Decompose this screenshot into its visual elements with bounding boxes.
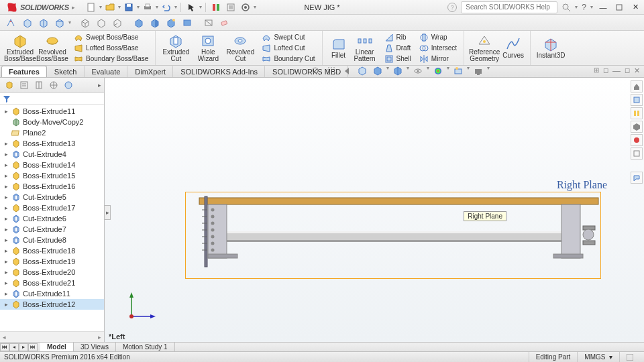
display-style-icon[interactable] (391, 65, 405, 77)
view-front-icon[interactable] (4, 16, 19, 29)
tree-item[interactable]: ▸Boss-Extrude13 (0, 138, 104, 149)
appearance-icon[interactable] (431, 65, 445, 77)
ref-geometry-button[interactable]: ReferenceGeometry (468, 32, 500, 64)
hide-show-icon[interactable] (411, 65, 425, 77)
tp-appearance-icon[interactable] (631, 134, 643, 146)
wireframe2-icon[interactable] (94, 16, 109, 29)
tree-item[interactable]: ▸Cut-Extrude5 (0, 192, 104, 202)
graphics-viewport[interactable]: Right Plane Right Plane (105, 78, 644, 342)
tree-hscroll[interactable]: ◂ ▸ (0, 331, 104, 342)
tree-item[interactable]: ▸Boss-Extrude20 (0, 267, 104, 278)
new-button[interactable] (85, 1, 98, 13)
tree-item[interactable]: ▸Cut-Extrude8 (0, 235, 104, 245)
boundary-boss-button[interactable]: Boundary Boss/Base (71, 54, 151, 64)
open-button[interactable] (103, 1, 117, 13)
config-tab-icon[interactable] (32, 79, 46, 91)
doc-restore-button[interactable]: ◻ (625, 66, 630, 76)
view-settings-icon[interactable] (472, 65, 485, 77)
print-button[interactable] (141, 1, 154, 13)
shell-button[interactable]: Shell (382, 54, 414, 64)
tree-item[interactable]: ▸Boss-Extrude11 (0, 106, 104, 117)
file-props-button[interactable] (224, 1, 237, 13)
intersect-button[interactable]: Intersect (417, 43, 460, 53)
doc-expand-icon[interactable]: ◻ (603, 66, 608, 76)
bottom-tab-model[interactable]: Model (40, 343, 74, 352)
doc-pin-icon[interactable]: ⊞ (594, 66, 599, 76)
revolved-boss-button[interactable]: RevolvedBoss/Base (36, 32, 68, 64)
tree-item[interactable]: ▸Boss-Extrude16 (0, 181, 104, 192)
tp-view-icon[interactable] (631, 121, 643, 133)
view-orient-icon[interactable] (371, 65, 384, 77)
fm-flyout-button[interactable]: ▸ (104, 205, 111, 220)
view-iso1-icon[interactable] (20, 16, 35, 29)
tree-item[interactable]: ▸Boss-Extrude18 (0, 245, 104, 256)
shaded2-icon[interactable] (148, 16, 162, 29)
extruded-boss-button[interactable]: ExtrudedBoss/Base (4, 32, 36, 64)
extruded-cut-button[interactable]: ExtrudedCut (160, 32, 192, 64)
doc-minimize-button[interactable]: — (612, 66, 621, 76)
tree-item[interactable]: ▸Cut-Extrude6 (0, 213, 104, 224)
view-iso3-icon[interactable] (52, 16, 67, 29)
filter-bar[interactable] (0, 93, 104, 105)
rebuild-button[interactable] (209, 1, 223, 13)
tree-item[interactable]: ▸Cut-Extrude4 (0, 149, 104, 160)
shaded3-icon[interactable] (164, 16, 178, 29)
tp-resources-icon[interactable] (631, 94, 643, 106)
tab-addins[interactable]: SOLIDWORKS Add-Ins (173, 66, 265, 77)
instant3d-button[interactable]: Instant3D (535, 32, 567, 64)
tp-forum-icon[interactable] (631, 172, 643, 184)
rib-button[interactable]: Rib (382, 32, 414, 42)
orientation-triad[interactable] (125, 288, 158, 322)
eraser-icon[interactable] (217, 16, 232, 29)
draft-button[interactable]: Draft (382, 43, 414, 53)
swept-cut-button[interactable]: Swept Cut (259, 32, 317, 42)
bottom-tab-motion[interactable]: Motion Study 1 (116, 343, 175, 352)
scene-icon[interactable] (451, 65, 465, 77)
fillet-button[interactable]: Fillet (327, 32, 351, 64)
boundary-cut-button[interactable]: Boundary Cut (259, 54, 317, 64)
status-units[interactable]: MMGS ▾ (577, 352, 619, 362)
select-button[interactable] (184, 1, 198, 13)
tab-prev-button[interactable]: ◂ (9, 343, 19, 351)
mirror-button[interactable]: Mirror (417, 54, 460, 64)
prev-view-icon[interactable] (340, 65, 354, 77)
tab-features[interactable]: Features (1, 66, 47, 77)
tree-item[interactable]: ▸Boss-Extrude14 (0, 160, 104, 170)
options-button[interactable] (239, 1, 252, 13)
help-search-input[interactable] (466, 3, 553, 11)
linear-pattern-button[interactable]: LinearPattern (351, 32, 379, 64)
save-button[interactable] (122, 1, 136, 13)
minimize-button[interactable]: — (597, 2, 609, 13)
property-tab-icon[interactable] (17, 79, 31, 91)
lofted-cut-button[interactable]: Lofted Cut (259, 43, 317, 53)
tab-next-button[interactable]: ▸ (19, 343, 28, 351)
hole-wizard-button[interactable]: HoleWizard (192, 32, 224, 64)
tab-last-button[interactable]: ⏭ (28, 343, 38, 351)
search-icon[interactable] (561, 3, 571, 12)
swept-boss-button[interactable]: Swept Boss/Base (71, 32, 151, 42)
close-button[interactable]: ✕ (629, 2, 641, 13)
zoom-area-icon[interactable] (325, 65, 338, 77)
tp-custom-icon[interactable] (631, 147, 643, 160)
tree-item[interactable]: ▸Boss-Extrude12 (0, 299, 104, 310)
lofted-boss-button[interactable]: Lofted Boss/Base (71, 43, 151, 53)
tab-first-button[interactable]: ⏮ (0, 343, 9, 351)
fm-tab-icon[interactable] (3, 79, 16, 91)
tree-item[interactable]: ▸Boss-Extrude19 (0, 256, 104, 267)
wireframe1-icon[interactable] (78, 16, 93, 29)
help-button[interactable]: ? (582, 3, 586, 12)
panel-expand-button[interactable]: ▸ (98, 82, 101, 88)
dimxpert-tab-icon[interactable] (47, 79, 60, 91)
display-tab-icon[interactable] (62, 79, 75, 91)
tree-item[interactable]: ▸Boss-Extrude21 (0, 278, 104, 288)
section-view-icon[interactable] (356, 65, 369, 77)
status-custom-icon[interactable] (619, 352, 640, 362)
wrap-button[interactable]: Wrap (417, 32, 460, 42)
tree-item[interactable]: ▸Boss-Extrude15 (0, 170, 104, 181)
wireframe3-icon[interactable] (110, 16, 125, 29)
tab-evaluate[interactable]: Evaluate (85, 66, 128, 77)
section-icon[interactable] (201, 16, 216, 29)
tree-item[interactable]: ▸Boss-Extrude17 (0, 202, 104, 213)
bottom-tab-3dviews[interactable]: 3D Views (74, 343, 116, 352)
tree-item[interactable]: ▸Cut-Extrude11 (0, 288, 104, 299)
